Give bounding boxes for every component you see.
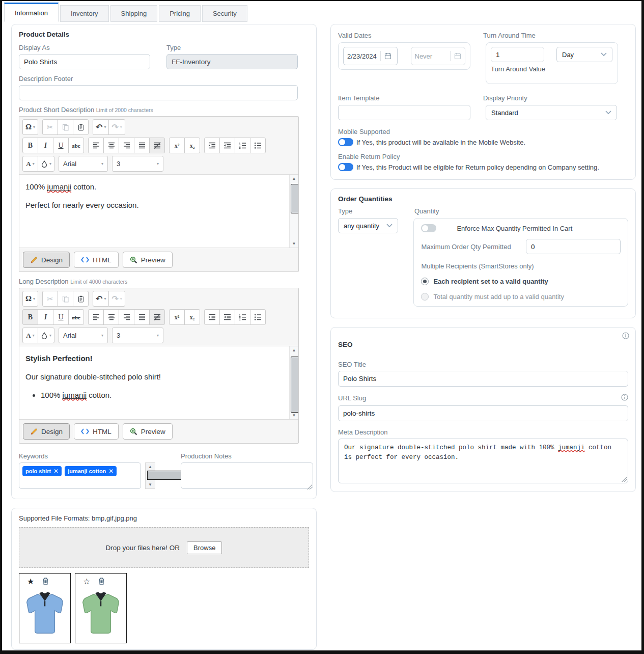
seo-title-input[interactable] [338, 371, 628, 387]
undo-button[interactable]: ▾ [93, 291, 109, 307]
calendar-icon[interactable] [384, 52, 391, 60]
design-mode-button[interactable]: Design [23, 423, 70, 440]
align-center-button[interactable] [103, 138, 119, 153]
product-image-green-polo[interactable] [79, 588, 122, 639]
justify-none-button[interactable] [149, 138, 165, 153]
paste-button[interactable] [73, 119, 89, 135]
underline-button[interactable] [53, 309, 69, 325]
subscript-button[interactable] [184, 309, 200, 325]
design-mode-button[interactable]: Design [23, 252, 70, 268]
underline-button[interactable] [53, 138, 69, 153]
strikethrough-button[interactable] [68, 309, 84, 325]
html-mode-button[interactable]: HTML [74, 252, 119, 268]
url-slug-input[interactable] [338, 405, 628, 421]
highlight-color-button[interactable]: ▾ [38, 328, 54, 343]
ordered-list-button[interactable] [235, 138, 250, 153]
description-footer-input[interactable] [19, 85, 298, 100]
cut-button[interactable] [42, 119, 58, 135]
scrollbar-thumb[interactable] [291, 184, 298, 213]
tab-information[interactable]: Information [4, 3, 59, 22]
font-size-select[interactable]: 3▾ [112, 328, 163, 343]
outdent-button[interactable] [219, 309, 235, 325]
item-template-input[interactable] [338, 105, 470, 120]
display-priority-select[interactable]: Standard [486, 105, 617, 120]
delete-trash-icon[interactable] [98, 577, 105, 585]
preview-mode-button[interactable]: Preview [123, 423, 173, 440]
keywords-input[interactable]: polo shirt✕ jumanji cotton✕ [19, 462, 141, 489]
bold-button[interactable] [22, 138, 38, 153]
browse-button[interactable]: Browse [187, 541, 222, 554]
html-mode-button[interactable]: HTML [74, 423, 119, 440]
radio-total-quantity[interactable] [421, 293, 429, 301]
justify-button[interactable] [134, 309, 150, 325]
radio-each-recipient[interactable] [421, 278, 429, 285]
tab-security[interactable]: Security [202, 5, 247, 22]
quantity-type-select[interactable]: any quantity [338, 218, 398, 233]
display-as-input[interactable] [19, 54, 150, 69]
align-right-button[interactable] [119, 138, 134, 153]
text-color-button[interactable]: ▾ [22, 328, 38, 343]
highlight-color-button[interactable]: ▾ [38, 156, 54, 172]
indent-button[interactable] [204, 138, 220, 153]
scrollbar[interactable]: ▲▼ [289, 175, 298, 248]
url-slug-info-icon[interactable] [621, 394, 628, 402]
remove-keyword-icon[interactable]: ✕ [108, 468, 114, 474]
production-notes-input[interactable] [181, 462, 313, 489]
align-center-button[interactable] [103, 309, 119, 325]
scroll-down-icon[interactable]: ▼ [290, 241, 298, 246]
redo-button[interactable]: ▾ [108, 119, 125, 135]
calendar-icon[interactable] [454, 52, 461, 60]
outdent-button[interactable] [219, 138, 235, 153]
mobile-supported-toggle[interactable] [338, 138, 353, 146]
resize-handle[interactable] [622, 477, 627, 482]
undo-button[interactable]: ▾ [93, 119, 109, 135]
return-policy-toggle[interactable] [338, 163, 353, 171]
remove-keyword-icon[interactable]: ✕ [53, 468, 59, 474]
scroll-up-icon[interactable]: ▲ [146, 465, 155, 469]
bold-button[interactable] [22, 309, 38, 325]
meta-description-input[interactable]: Our signature double-stitched polo shirt… [338, 439, 628, 483]
justify-none-button[interactable] [149, 309, 165, 325]
font-family-select[interactable]: Arial▾ [59, 156, 108, 172]
copy-button[interactable] [58, 119, 73, 135]
scroll-down-icon[interactable]: ▼ [146, 482, 155, 487]
end-date-input[interactable]: Never [411, 47, 466, 65]
favorite-star-icon[interactable] [27, 577, 34, 586]
file-dropzone[interactable]: Drop your files here! OR Browse [19, 527, 309, 568]
paste-button[interactable] [73, 291, 89, 307]
align-right-button[interactable] [119, 309, 134, 325]
turnaround-value-input[interactable] [491, 47, 544, 62]
bullet-list-button[interactable] [250, 309, 266, 325]
align-left-button[interactable] [88, 138, 104, 153]
tab-pricing[interactable]: Pricing [159, 5, 201, 22]
subscript-button[interactable] [184, 138, 200, 153]
font-family-select[interactable]: Arial▾ [59, 328, 108, 343]
enforce-max-quantity-toggle[interactable] [421, 224, 436, 232]
long-description-content[interactable]: Stylish Perfection! Our signature double… [19, 346, 298, 420]
indent-button[interactable] [204, 309, 220, 325]
special-character-button[interactable]: ▾ [22, 291, 38, 307]
cut-button[interactable] [42, 291, 58, 307]
scrollbar[interactable]: ▲▼ [289, 346, 298, 419]
italic-button[interactable] [38, 138, 53, 153]
turnaround-unit-select[interactable]: Day [556, 47, 612, 62]
copy-button[interactable] [58, 291, 73, 307]
scroll-down-icon[interactable]: ▼ [290, 413, 298, 418]
align-left-button[interactable] [88, 309, 104, 325]
favorite-star-icon[interactable] [83, 577, 90, 586]
product-image-blue-polo[interactable] [23, 588, 66, 639]
seo-info-icon[interactable] [622, 332, 629, 341]
tab-inventory[interactable]: Inventory [60, 5, 108, 22]
strikethrough-button[interactable] [68, 138, 84, 153]
superscript-button[interactable] [169, 138, 185, 153]
text-color-button[interactable]: ▾ [22, 156, 38, 172]
scrollbar-thumb[interactable] [291, 357, 298, 413]
superscript-button[interactable] [169, 309, 185, 325]
font-size-select[interactable]: 3▾ [112, 156, 163, 172]
scroll-up-icon[interactable]: ▲ [290, 348, 298, 352]
delete-trash-icon[interactable] [42, 577, 49, 585]
short-description-content[interactable]: 100% jumanji cotton. Perfect for nearly … [19, 174, 298, 248]
scroll-up-icon[interactable]: ▲ [290, 176, 298, 181]
bullet-list-button[interactable] [250, 138, 266, 153]
italic-button[interactable] [38, 309, 53, 325]
